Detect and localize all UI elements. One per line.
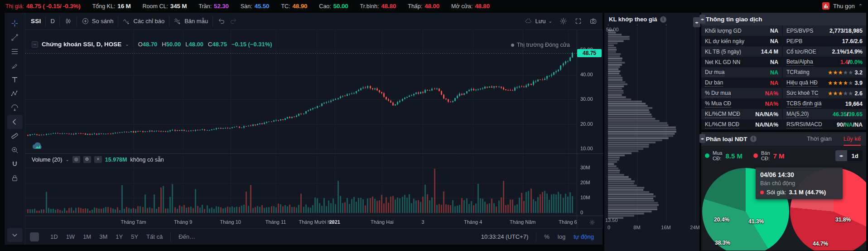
compare-plus-icon — [82, 17, 89, 25]
redo-icon — [230, 17, 237, 25]
chevron-down-icon: ⌄ — [549, 19, 552, 24]
info-label[interactable]: Beta/Alpha — [786, 59, 813, 66]
info-value: ★★★★★ 2.6 — [828, 90, 863, 97]
brush-tool-button[interactable] — [7, 59, 23, 73]
percent-scale-button[interactable]: % — [540, 233, 554, 240]
magnet-tool-button[interactable] — [7, 157, 23, 171]
collapse-button[interactable]: Thu gọn — [833, 3, 855, 10]
stepper-arrows-icon[interactable]: ◂▸ — [835, 150, 847, 161]
info-label[interactable]: KL/%CM BCĐ — [705, 121, 739, 128]
market-status: Thị trường Đóng cửa — [511, 42, 570, 48]
panel-collapse-handle[interactable]: ◂▸ — [699, 134, 705, 143]
zoom-in-tool-button[interactable] — [7, 143, 23, 157]
pie-slice-label: 44.7% — [813, 241, 828, 247]
pie-slice-label: 20.4% — [714, 217, 729, 223]
legend-dot-icon — [705, 153, 709, 158]
save-button[interactable]: Lưu⌄ — [525, 17, 552, 25]
legend-symbol-title[interactable]: Chứng khoán SSI, D, HOSE — [42, 41, 121, 48]
info-value: NA% — [765, 101, 778, 107]
info-label[interactable]: Dư mua — [705, 69, 724, 76]
close-icon[interactable]: × — [94, 156, 102, 163]
info-row: KL/%CM BCĐNA/NA%RS/RSI/MACD90/NA/NA — [701, 119, 866, 130]
gear-icon[interactable]: ⚙ — [83, 156, 91, 163]
range-button-5y[interactable]: 5Y — [127, 233, 142, 240]
axis-settings-button[interactable] — [589, 219, 595, 227]
info-icon[interactable]: i — [750, 136, 757, 142]
tab-thời-gian[interactable]: Thời gian — [807, 132, 832, 146]
symbol-button[interactable]: SSI — [31, 18, 41, 25]
ruler-tool-button[interactable] — [7, 129, 23, 143]
info-label[interactable]: TCRating — [786, 69, 810, 76]
info-label[interactable]: Dư bán — [705, 79, 723, 87]
legend-value: 7 M — [773, 152, 785, 160]
undo-button[interactable] — [217, 17, 225, 25]
range-button-1y[interactable]: 1Y — [111, 233, 127, 240]
info-value: 2,773/18,985 — [829, 28, 863, 34]
info-value: 90/NA/NA — [837, 122, 863, 128]
fullscreen-button[interactable] — [574, 17, 582, 25]
position-tool-button[interactable] — [7, 101, 23, 115]
chevron-up-icon[interactable]: ⌃ — [858, 3, 863, 9]
info-value: 17.6/2.6 — [842, 38, 863, 44]
volume-ma-value: 15.978M — [105, 157, 127, 163]
info-value: 2.1%/14.9% — [832, 49, 863, 55]
arrow-left-tool-button[interactable] — [7, 115, 23, 129]
trend-line-tool-button[interactable] — [7, 30, 23, 44]
redo-button[interactable] — [230, 17, 237, 25]
info-row: % Dư muaNA%Sức khoẻ TC★★★★★ 2.6 — [701, 88, 866, 98]
log-scale-button[interactable]: log — [554, 233, 569, 240]
goto-date-button[interactable]: Đến… — [174, 233, 199, 240]
compare-button[interactable]: So sánh — [82, 17, 114, 25]
quote-item: Mở cửa:48.80 — [451, 3, 490, 10]
info-value: 19,664 — [845, 101, 863, 107]
info-label[interactable]: KL/%CM MCĐ — [705, 111, 740, 118]
info-label[interactable]: % Dư mua — [705, 90, 731, 97]
info-label[interactable]: MA(5,20) — [786, 111, 809, 118]
info-icon[interactable]: i — [660, 16, 666, 23]
info-label[interactable]: TCBS định giá — [786, 100, 821, 108]
indicators-button[interactable]: Các chỉ báo — [123, 17, 164, 25]
price-chart-canvas[interactable] — [25, 30, 603, 228]
info-row: KL dự kiến ngàyNAPE/PB17.6/2.6 — [701, 36, 866, 46]
tab-lũy-kế[interactable]: Lũy kế — [844, 132, 861, 146]
templates-button[interactable]: Bản mẫu — [174, 17, 208, 25]
auto-scale-button[interactable]: tự động — [569, 233, 598, 240]
range-button-1w[interactable]: 1W — [62, 233, 79, 240]
pie-slice-label: 38.3% — [715, 240, 730, 246]
lock-tool-button[interactable] — [7, 171, 23, 185]
candle-style-button[interactable] — [64, 17, 72, 25]
panel-toggle-button[interactable] — [30, 232, 39, 241]
info-label: Cổ tức/ROE — [786, 49, 816, 55]
chevron-down-icon[interactable]: ⌄ — [125, 42, 129, 47]
visibility-icon[interactable]: ◎ — [72, 156, 80, 163]
info-label[interactable]: RS/RSI/MACD — [786, 121, 822, 128]
range-button-3m[interactable]: 3M — [95, 233, 111, 240]
range-button-tất cả[interactable]: Tất cả — [142, 233, 167, 240]
camera-icon — [589, 17, 597, 25]
volume-legend: Volume (20) ⌄ ◎ ⚙ × 15.978M không có sẵn — [32, 156, 164, 163]
fib-tool-button[interactable] — [7, 44, 23, 59]
range-button-1d[interactable]: 1D — [46, 233, 62, 240]
info-label[interactable]: Hiệu quả HĐ — [786, 79, 818, 87]
chevron-down-icon[interactable]: ⌄ — [65, 157, 69, 162]
info-value: NA — [770, 59, 778, 65]
panel-collapse-handle[interactable]: ◂▸ — [699, 15, 705, 24]
crosshair-tool-button[interactable] — [7, 16, 23, 30]
interval-button[interactable]: D — [50, 18, 54, 25]
period-stepper[interactable]: ◂▸ 1d — [835, 150, 863, 161]
info-label[interactable]: Sức khoẻ TC — [786, 90, 819, 97]
pattern-tool-button[interactable] — [7, 87, 23, 101]
info-value: NA — [770, 28, 778, 34]
range-button-1m[interactable]: 1M — [79, 233, 95, 240]
tooltip-dot-icon — [760, 191, 764, 194]
snapshot-button[interactable] — [589, 17, 597, 25]
toolbar-chevron-down-button[interactable] — [7, 228, 23, 242]
cloud-icon — [525, 17, 532, 25]
info-label[interactable]: % Mua CĐ — [705, 100, 731, 108]
legend-item: MuaCĐ:8.5 M — [705, 150, 743, 161]
settings-button[interactable] — [559, 17, 567, 25]
text-tool-button[interactable] — [7, 73, 23, 87]
legend-collapse-icon[interactable]: − — [32, 41, 38, 48]
price-chart[interactable]: − Chứng khoán SSI, D, HOSE ⌄ O48.70 H50.… — [25, 30, 603, 228]
quote-item: TC:48.90 — [281, 3, 307, 10]
